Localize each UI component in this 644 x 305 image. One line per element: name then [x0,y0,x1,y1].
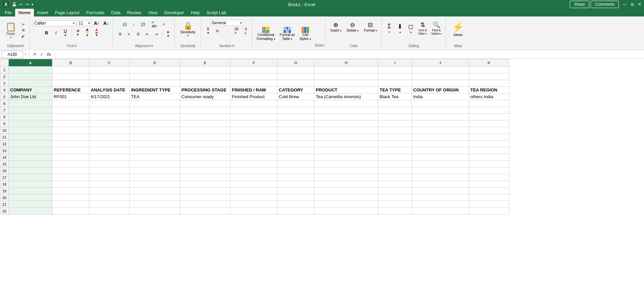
cell-A13[interactable] [9,147,52,154]
cell-G1[interactable] [277,67,314,73]
row-header-12[interactable]: 12 [0,141,9,147]
row-header-18[interactable]: 18 [0,181,9,188]
cell-F7[interactable] [230,107,277,114]
confirm-formula-icon[interactable]: ✓ [39,51,45,57]
cell-F1[interactable] [230,67,277,73]
row-header-13[interactable]: 13 [0,147,9,154]
quick-access-undo[interactable]: ↩ [19,2,23,7]
cell-D8[interactable] [130,114,180,120]
cell-A9[interactable] [9,120,52,127]
increase-decimal-button[interactable]: .00↗ [232,27,241,35]
paste-button[interactable]: 📋 Paste ▾ [3,20,18,41]
cell-I12[interactable] [378,141,412,147]
cell-B6[interactable] [52,100,89,107]
cell-J6[interactable] [412,100,469,107]
cell-I17[interactable] [378,174,412,181]
cell-H8[interactable] [314,114,378,120]
format-painter-button[interactable]: 🖌 [19,34,28,39]
cell-H10[interactable] [314,127,378,134]
quick-access-save[interactable]: 💾 [12,2,17,7]
row-header-17[interactable]: 17 [0,174,9,181]
col-header-K[interactable]: K [469,59,509,67]
cell-C11[interactable] [89,134,130,141]
row-header-16[interactable]: 16 [0,167,9,174]
cell-E15[interactable] [180,161,230,167]
cell-I11[interactable] [378,134,412,141]
cell-D16[interactable] [130,167,180,174]
cell-E8[interactable] [180,114,230,120]
underline-button[interactable]: U▾ [61,28,70,38]
cell-A7[interactable] [9,107,52,114]
cell-C18[interactable] [89,181,130,188]
cell-K8[interactable] [469,114,509,120]
cell-K13[interactable] [469,147,509,154]
cell-K7[interactable] [469,107,509,114]
cell-J2[interactable] [412,73,469,80]
accounting-button[interactable]: $▾ [204,27,212,35]
cell-A14[interactable] [9,154,52,161]
merge-center-button[interactable]: ⊕▾ [164,30,172,38]
cell-G15[interactable] [277,161,314,167]
spreadsheet-container[interactable]: A B C D E F G H I J K 1234COMPANYREFEREN… [0,59,644,305]
cell-F13[interactable] [230,147,277,154]
tab-file[interactable]: File [1,9,15,16]
cell-D5[interactable]: TEA [130,93,180,100]
cell-E4[interactable]: PROCESSING STAGE [180,87,230,93]
col-header-G[interactable]: G [277,59,314,67]
comma-button[interactable]: , [222,29,231,34]
decrease-decimal-button[interactable]: .0↙ [241,27,250,35]
cell-H14[interactable] [314,154,378,161]
row-header-1[interactable]: 1 [0,67,9,73]
cell-J3[interactable] [412,80,469,87]
cell-H6[interactable] [314,100,378,107]
cell-D9[interactable] [130,120,180,127]
cell-D10[interactable] [130,127,180,134]
cell-C1[interactable] [89,67,130,73]
cell-E10[interactable] [180,127,230,134]
cell-G20[interactable] [277,194,314,201]
cell-A15[interactable] [9,161,52,167]
cell-C7[interactable] [89,107,130,114]
cell-A16[interactable] [9,167,52,174]
cell-J20[interactable] [412,194,469,201]
cell-D1[interactable] [130,67,180,73]
cell-A2[interactable] [9,73,52,80]
align-left-button[interactable]: ☰ [116,32,124,37]
cell-A19[interactable] [9,188,52,194]
cell-J16[interactable] [412,167,469,174]
tab-insert[interactable]: Insert [34,9,52,16]
cell-I19[interactable] [378,188,412,194]
italic-button[interactable]: I [52,30,60,36]
row-header-5[interactable]: 5 [0,93,9,100]
cell-G9[interactable] [277,120,314,127]
cell-B19[interactable] [52,188,89,194]
col-header-C[interactable]: C [89,59,130,67]
cell-D14[interactable] [130,154,180,161]
col-header-H[interactable]: H [314,59,378,67]
cell-D4[interactable]: INGREDIENT TYPE [130,87,180,93]
cell-ref-dropdown[interactable]: ▾ [25,52,26,56]
cell-H7[interactable] [314,107,378,114]
cell-E2[interactable] [180,73,230,80]
cell-H20[interactable] [314,194,378,201]
cell-K22[interactable] [469,208,509,215]
col-header-A[interactable]: A [9,59,52,67]
cell-K17[interactable] [469,174,509,181]
orientation-button[interactable]: ↗ [159,22,168,27]
cell-F14[interactable] [230,154,277,161]
row-header-11[interactable]: 11 [0,134,9,141]
row-header-6[interactable]: 6 [0,100,9,107]
cell-J22[interactable] [412,208,469,215]
cell-H1[interactable] [314,67,378,73]
cell-B1[interactable] [52,67,89,73]
cell-G10[interactable] [277,127,314,134]
increase-indent-button[interactable]: ⇥ [152,32,161,37]
cell-A20[interactable] [9,194,52,201]
copy-button[interactable]: ⧉ [19,28,28,33]
cell-E1[interactable] [180,67,230,73]
cell-E3[interactable] [180,80,230,87]
cell-A10[interactable] [9,127,52,134]
cell-I6[interactable] [378,100,412,107]
font-color-button[interactable]: A ▾ [92,28,101,38]
cell-I13[interactable] [378,147,412,154]
